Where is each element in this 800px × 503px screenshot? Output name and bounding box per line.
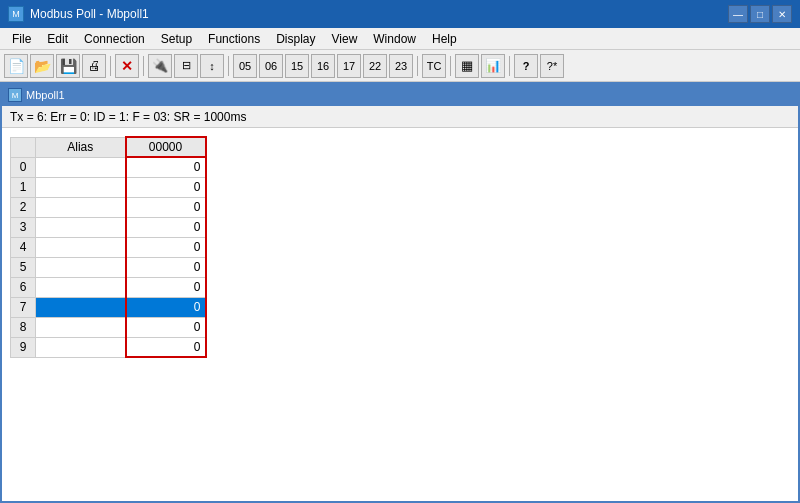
- row-index: 2: [11, 197, 36, 217]
- status-line: Tx = 6: Err = 0: ID = 1: F = 03: SR = 10…: [2, 106, 798, 128]
- app-title: Modbus Poll - Mbpoll1: [30, 7, 149, 21]
- maximize-button[interactable]: □: [750, 5, 770, 23]
- menu-setup[interactable]: Setup: [153, 30, 200, 48]
- row-alias: [36, 257, 126, 277]
- func-16-button[interactable]: 16: [311, 54, 335, 78]
- row-value[interactable]: 0: [126, 217, 206, 237]
- status-text: Tx = 6: Err = 0: ID = 1: F = 03: SR = 10…: [10, 110, 246, 124]
- col-header-data: 00000: [126, 137, 206, 157]
- menu-connection[interactable]: Connection: [76, 30, 153, 48]
- read-button[interactable]: ↕: [200, 54, 224, 78]
- row-index: 6: [11, 277, 36, 297]
- table-row[interactable]: 3 0: [11, 217, 206, 237]
- func-16-label: 16: [317, 60, 329, 72]
- col-header-index: [11, 137, 36, 157]
- row-alias: [36, 157, 126, 177]
- open-button[interactable]: 📂: [30, 54, 54, 78]
- new-button[interactable]: 📄: [4, 54, 28, 78]
- chart-button[interactable]: 📊: [481, 54, 505, 78]
- table-row[interactable]: 5 0: [11, 257, 206, 277]
- table-row[interactable]: 2 0: [11, 197, 206, 217]
- child-window-icon: M: [8, 88, 22, 102]
- row-index: 5: [11, 257, 36, 277]
- func-15-button[interactable]: 15: [285, 54, 309, 78]
- func-23-button[interactable]: 23: [389, 54, 413, 78]
- row-alias: [36, 317, 126, 337]
- func-05-button[interactable]: 05: [233, 54, 257, 78]
- tc-label: TC: [427, 60, 442, 72]
- monitor-button[interactable]: ▦: [455, 54, 479, 78]
- col-header-alias: Alias: [36, 137, 126, 157]
- menu-functions[interactable]: Functions: [200, 30, 268, 48]
- about-button[interactable]: ?*: [540, 54, 564, 78]
- window-controls: — □ ✕: [728, 5, 792, 23]
- connect-icon: 🔌: [152, 58, 168, 73]
- row-value[interactable]: 0: [126, 317, 206, 337]
- table-row[interactable]: 7 0: [11, 297, 206, 317]
- separator-6: [509, 56, 510, 76]
- tc-button[interactable]: TC: [422, 54, 446, 78]
- delete-button[interactable]: ✕: [115, 54, 139, 78]
- save-icon: 💾: [60, 58, 77, 74]
- table-row[interactable]: 0 0: [11, 157, 206, 177]
- func-15-label: 15: [291, 60, 303, 72]
- monitor-icon: ▦: [461, 58, 473, 73]
- disconnect-icon: ⊟: [182, 59, 191, 72]
- row-value[interactable]: 0: [126, 337, 206, 357]
- func-22-button[interactable]: 22: [363, 54, 387, 78]
- row-alias: [36, 337, 126, 357]
- row-value[interactable]: 0: [126, 177, 206, 197]
- row-alias: [36, 217, 126, 237]
- help-icon: ?: [523, 60, 530, 72]
- menu-edit[interactable]: Edit: [39, 30, 76, 48]
- row-alias: [36, 237, 126, 257]
- separator-2: [143, 56, 144, 76]
- row-value[interactable]: 0: [126, 257, 206, 277]
- func-06-label: 06: [265, 60, 277, 72]
- separator-5: [450, 56, 451, 76]
- row-index: 3: [11, 217, 36, 237]
- title-bar: M Modbus Poll - Mbpoll1 — □ ✕: [0, 0, 800, 28]
- menu-display[interactable]: Display: [268, 30, 323, 48]
- app-icon: M: [8, 6, 24, 22]
- print-icon: 🖨: [88, 58, 101, 73]
- data-table: Alias 00000 0 0 1 0 2 0 3 0 4 0: [10, 136, 207, 358]
- connect-button[interactable]: 🔌: [148, 54, 172, 78]
- row-value[interactable]: 0: [126, 197, 206, 217]
- minimize-button[interactable]: —: [728, 5, 748, 23]
- row-value[interactable]: 0: [126, 297, 206, 317]
- row-value[interactable]: 0: [126, 157, 206, 177]
- func-23-label: 23: [395, 60, 407, 72]
- child-window-title: Mbpoll1: [26, 89, 65, 101]
- save-button[interactable]: 💾: [56, 54, 80, 78]
- table-row[interactable]: 8 0: [11, 317, 206, 337]
- disconnect-button[interactable]: ⊟: [174, 54, 198, 78]
- func-22-label: 22: [369, 60, 381, 72]
- table-row[interactable]: 4 0: [11, 237, 206, 257]
- row-index: 7: [11, 297, 36, 317]
- about-icon: ?*: [547, 60, 557, 72]
- separator-4: [417, 56, 418, 76]
- func-05-label: 05: [239, 60, 251, 72]
- table-area: Alias 00000 0 0 1 0 2 0 3 0 4 0: [2, 128, 798, 366]
- close-button[interactable]: ✕: [772, 5, 792, 23]
- help-button[interactable]: ?: [514, 54, 538, 78]
- print-button[interactable]: 🖨: [82, 54, 106, 78]
- func-06-button[interactable]: 06: [259, 54, 283, 78]
- menu-bar: File Edit Connection Setup Functions Dis…: [0, 28, 800, 50]
- toolbar: 📄 📂 💾 🖨 ✕ 🔌 ⊟ ↕ 05 06 15 16 17 22 23 TC …: [0, 50, 800, 82]
- func-17-button[interactable]: 17: [337, 54, 361, 78]
- menu-window[interactable]: Window: [365, 30, 424, 48]
- menu-help[interactable]: Help: [424, 30, 465, 48]
- row-alias: [36, 177, 126, 197]
- table-row[interactable]: 1 0: [11, 177, 206, 197]
- row-value[interactable]: 0: [126, 277, 206, 297]
- child-title-bar: M Mbpoll1: [2, 84, 798, 106]
- row-alias: [36, 297, 126, 317]
- row-value[interactable]: 0: [126, 237, 206, 257]
- separator-1: [110, 56, 111, 76]
- menu-file[interactable]: File: [4, 30, 39, 48]
- table-row[interactable]: 9 0: [11, 337, 206, 357]
- menu-view[interactable]: View: [324, 30, 366, 48]
- table-row[interactable]: 6 0: [11, 277, 206, 297]
